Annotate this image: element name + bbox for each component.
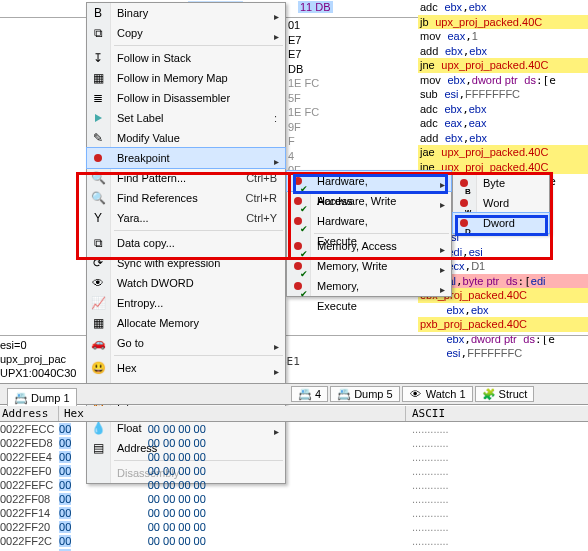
asm-line[interactable]: jne upx_proj_packed.40C <box>418 58 588 73</box>
menu-item-label: Set Label <box>117 112 163 124</box>
label-item[interactable]: Set Label: <box>87 108 285 128</box>
hw-exec-item[interactable]: ✔Hardware, Execute <box>287 211 451 231</box>
size-submenu[interactable]: BBytewWordDDword <box>452 172 550 234</box>
asm-line[interactable]: jb upx_proj_packed.40C <box>418 15 588 30</box>
pattern-item[interactable]: 🔍Find Pattern...Ctrl+B <box>87 168 285 188</box>
hex-row[interactable]: 0022FEFC 00 00 00 00 00............ <box>0 478 588 492</box>
hex-item[interactable]: 😃Hex▸ <box>87 358 285 378</box>
copy-icon: ⧉ <box>90 25 106 41</box>
mem-write-item[interactable]: ✔Memory, Write▸ <box>287 256 451 276</box>
menu-item-label: Hex <box>117 362 137 374</box>
label-icon <box>90 110 106 126</box>
menu-item-label: Breakpoint <box>117 152 170 164</box>
menu-item-label: Yara... <box>117 212 149 224</box>
tab-dump-5[interactable]: 📇Dump 5 <box>330 386 400 402</box>
breakpoint-item[interactable]: Breakpoint▸ <box>87 148 285 168</box>
shortcut-label: Ctrl+R <box>246 188 277 208</box>
menu-item-label: Memory, Write <box>317 260 388 272</box>
breakpoint-submenu[interactable]: ✔Hardware, Access▸✔Hardware, Write▸✔Hard… <box>286 170 452 297</box>
word-icon: w <box>456 195 472 211</box>
menu-item-label: Hardware, Write <box>317 195 396 207</box>
disasm-item[interactable]: ≣Follow in Disassembler <box>87 88 285 108</box>
menu-item-label: Find Pattern... <box>117 172 186 184</box>
struct-icon: 🧩 <box>482 387 496 401</box>
asm-line[interactable]: adc ebx,ebx <box>418 102 588 117</box>
hex-row[interactable]: 0022FED8 00 00 00 00 00............ <box>0 436 588 450</box>
shortcut-label: Ctrl+B <box>246 168 277 188</box>
entropy-icon: 📈 <box>90 295 106 311</box>
asm-line[interactable]: mov eax,1 <box>418 29 588 44</box>
binary-icon: B <box>90 5 106 21</box>
submenu-arrow-icon: ▸ <box>274 337 279 357</box>
asm-line[interactable]: add ebx,ebx <box>418 131 588 146</box>
hex-row[interactable]: 0022FF08 00 00 00 00 00............ <box>0 492 588 506</box>
menu-item-label: Modify Value <box>117 132 180 144</box>
hw-write-item[interactable]: ✔Hardware, Write▸ <box>287 191 451 211</box>
dword-item[interactable]: DDword <box>453 213 549 233</box>
copy-item[interactable]: ⧉Copy▸ <box>87 23 285 43</box>
datacopy-item[interactable]: ⧉Data copy... <box>87 233 285 253</box>
mmap-icon: ▦ <box>90 70 106 86</box>
asm-line[interactable]: ebx,dword ptr ds:[e <box>418 332 588 347</box>
goto-icon: 🚗 <box>90 335 106 351</box>
mem-exec-item[interactable]: ✔Memory, Execute▸ <box>287 276 451 296</box>
sync-item[interactable]: ⟳Sync with expression <box>87 253 285 273</box>
asm-line[interactable]: ebx,ebx <box>418 303 588 318</box>
modify-icon: ✎ <box>90 130 106 146</box>
asm-line[interactable]: pxb_proj_packed.40C <box>418 317 588 332</box>
refs-item[interactable]: 🔍Find ReferencesCtrl+R <box>87 188 285 208</box>
asm-line[interactable]: mov ebx,dword ptr ds:[e <box>418 73 588 88</box>
asm-line[interactable]: adc eax,eax <box>418 116 588 131</box>
hw-exec-icon: ✔ <box>290 213 306 229</box>
submenu-arrow-icon: ▸ <box>274 27 279 47</box>
menu-item-label: Follow in Stack <box>117 52 191 64</box>
yara-icon: Y <box>90 210 106 226</box>
asm-line[interactable]: add ebx,ebx <box>418 44 588 59</box>
byte-icon: B <box>456 175 472 191</box>
mmap-item[interactable]: ▦Follow in Memory Map <box>87 68 285 88</box>
hex-row[interactable]: 0022FEF0 00 00 00 00 00............ <box>0 464 588 478</box>
hw-access-icon: ✔ <box>290 173 306 189</box>
alloc-item[interactable]: ▦Allocate Memory <box>87 313 285 333</box>
menu-item-label: Word <box>483 197 509 209</box>
tab-dump-1[interactable]: 📇Dump 1 <box>7 388 77 408</box>
modify-item[interactable]: ✎Modify Value <box>87 128 285 148</box>
hex-row[interactable]: 0022FECC 00 00 00 00 00............ <box>0 422 588 436</box>
binary-item[interactable]: BBinary▸ <box>87 3 285 23</box>
hex-dump[interactable]: 0022FECC 00 00 00 00 00............0022F… <box>0 422 588 551</box>
hex-row[interactable]: 0022FF20 00 00 00 00 00............ <box>0 520 588 534</box>
alloc-icon: ▦ <box>90 315 106 331</box>
current-bytes: 11 DB <box>298 1 333 13</box>
stack-item[interactable]: ↧Follow in Stack <box>87 48 285 68</box>
menu-item-label: Memory, Execute <box>317 280 359 312</box>
mem-access-item[interactable]: ✔Memory, Access▸ <box>287 236 451 256</box>
hex-row[interactable]: 0022FF2C 00 00 00 00 00............ <box>0 534 588 548</box>
tab-label: Dump 5 <box>354 388 393 400</box>
hex-row[interactable]: 0022FEE4 00 00 00 00 00............ <box>0 450 588 464</box>
asm-line[interactable]: esi,FFFFFFFC <box>418 346 588 361</box>
hex-row[interactable]: 0022FF14 00 00 00 00 00............ <box>0 506 588 520</box>
watch-item[interactable]: 👁Watch DWORD <box>87 273 285 293</box>
hex-header: Address Hex ASCII <box>0 406 588 422</box>
asm-line[interactable]: jae upx_proj_packed.40C <box>418 145 588 160</box>
yara-item[interactable]: YYara...Ctrl+Y <box>87 208 285 228</box>
col-ascii: ASCII <box>412 407 445 420</box>
tab-struct[interactable]: 🧩Struct <box>475 386 535 402</box>
asm-line[interactable]: sub esi,FFFFFFFC <box>418 87 588 102</box>
word-item[interactable]: wWord <box>453 193 549 213</box>
menu-item-label: Watch DWORD <box>117 277 194 289</box>
menu-item-label: Allocate Memory <box>117 317 199 329</box>
mem-access-icon: ✔ <box>290 238 306 254</box>
goto-item[interactable]: 🚗Go to▸ <box>87 333 285 353</box>
tab-label: 4 <box>315 388 321 400</box>
hw-access-item[interactable]: ✔Hardware, Access▸ <box>287 171 451 191</box>
asm-line[interactable]: adc ebx,ebx <box>418 0 588 15</box>
disasm-icon: ≣ <box>90 90 106 106</box>
byte-item[interactable]: BByte <box>453 173 549 193</box>
entropy-item[interactable]: 📈Entropy... <box>87 293 285 313</box>
menu-item-label: Entropy... <box>117 297 163 309</box>
menu-item-label: Sync with expression <box>117 257 220 269</box>
dump-tabs[interactable]: 📇Dump 1📇4📇Dump 5👁Watch 1🧩Struct <box>0 383 588 405</box>
tab-watch-1[interactable]: 👁Watch 1 <box>402 386 473 402</box>
tab-4[interactable]: 📇4 <box>291 386 328 402</box>
